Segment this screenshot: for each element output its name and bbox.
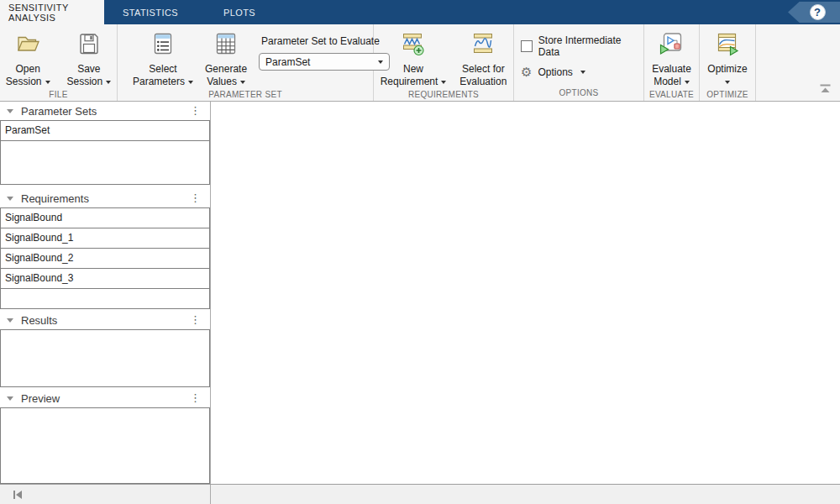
toolstrip-tab-bar: SENSITIVITY ANALYSIS STATISTICS PLOTS ? xyxy=(0,0,840,24)
list-item[interactable]: SignalBound_2 xyxy=(1,249,209,269)
dropdown-arrow-icon xyxy=(580,71,585,74)
collapse-triangle-icon xyxy=(7,396,13,401)
toolstrip-filler xyxy=(756,24,840,101)
kebab-menu-icon[interactable]: ⋮ xyxy=(187,107,203,115)
select-for-evaluation-label-2: Evaluation xyxy=(459,76,507,88)
new-requirement-button[interactable]: New Requirement xyxy=(377,29,450,88)
sensitivity-analysis-tool-window: SENSITIVITY ANALYSIS STATISTICS PLOTS ? xyxy=(0,0,840,504)
question-mark-icon: ? xyxy=(810,4,826,20)
section-label-options: OPTIONS xyxy=(514,87,643,101)
store-intermediate-data-checkbox-row[interactable]: Store Intermediate Data xyxy=(521,34,643,58)
save-floppy-icon xyxy=(76,30,102,60)
results-title: Results xyxy=(21,314,187,327)
preview-pane xyxy=(0,407,210,484)
save-session-label-1: Save xyxy=(67,63,112,76)
collapse-toolstrip-button[interactable] xyxy=(819,81,832,97)
open-session-label-2: Session xyxy=(6,76,42,87)
parameter-list-icon xyxy=(150,30,176,60)
select-parameters-label-1: Select xyxy=(133,63,193,76)
combobox-value: ParamSet xyxy=(265,56,310,68)
evaluate-model-icon xyxy=(658,30,685,60)
section-label-optimize: OPTIMIZE xyxy=(700,88,755,101)
results-section-header[interactable]: Results ⋮ xyxy=(0,311,210,329)
options-label: Options xyxy=(538,66,572,78)
parameter-set-to-evaluate-label: Parameter Set to Evaluate xyxy=(261,35,390,47)
parameter-sets-list[interactable]: ParamSet xyxy=(0,120,210,185)
kebab-menu-icon[interactable]: ⋮ xyxy=(187,316,203,324)
tab-sensitivity-analysis[interactable]: SENSITIVITY ANALYSIS xyxy=(0,0,104,24)
select-for-evaluation-label-1: Select for xyxy=(459,63,507,76)
open-session-label-1: Open xyxy=(6,63,50,76)
new-requirement-label-2: Requirement xyxy=(381,76,438,87)
optimize-label: Optimize xyxy=(707,63,747,76)
browser-left-panel: Parameter Sets ⋮ ParamSet Requirements ⋮… xyxy=(0,102,211,484)
requirements-section-header[interactable]: Requirements ⋮ xyxy=(0,189,210,207)
list-item[interactable]: SignalBound_3 xyxy=(1,269,209,289)
optimize-button[interactable]: Optimize xyxy=(704,29,750,88)
generate-values-label-2: Values xyxy=(207,76,237,87)
evaluate-model-button[interactable]: Evaluate Model xyxy=(648,29,695,88)
kebab-menu-icon[interactable]: ⋮ xyxy=(187,394,203,402)
parameter-sets-title: Parameter Sets xyxy=(21,105,187,118)
select-parameters-button[interactable]: Select Parameters xyxy=(129,29,197,88)
group-optimize: Optimize OPTIMIZE xyxy=(700,24,756,101)
signal-bounds-icon xyxy=(470,30,496,60)
preview-section-header[interactable]: Preview ⋮ xyxy=(0,389,210,407)
tab-plots[interactable]: PLOTS xyxy=(197,0,282,24)
dropdown-arrow-icon xyxy=(45,81,50,84)
preview-title: Preview xyxy=(21,392,187,405)
status-bar xyxy=(0,484,840,504)
options-button[interactable]: ⚙ Options xyxy=(521,66,643,78)
evaluate-model-label-1: Evaluate xyxy=(652,63,691,76)
collapse-triangle-icon xyxy=(7,197,13,201)
tab-statistics[interactable]: STATISTICS xyxy=(104,0,197,24)
open-folder-icon xyxy=(14,30,41,60)
toolstrip: Open Session Save xyxy=(0,24,840,102)
dropdown-arrow-icon xyxy=(240,81,245,84)
section-label-file: FILE xyxy=(0,88,117,101)
save-session-label-2: Session xyxy=(67,76,103,87)
list-item[interactable]: SignalBound xyxy=(1,208,209,228)
requirements-title: Requirements xyxy=(21,192,187,205)
group-options: Store Intermediate Data ⚙ Options OPTION… xyxy=(514,24,644,101)
select-for-evaluation-button[interactable]: Select for Evaluation xyxy=(456,29,510,88)
new-requirement-signal-plus-icon xyxy=(400,30,427,60)
collapse-panel-left-icon[interactable] xyxy=(12,489,24,501)
group-requirements: New Requirement Select for Eval xyxy=(374,24,514,101)
evaluate-model-label-2: Model xyxy=(654,76,681,87)
generate-values-button[interactable]: Generate Values xyxy=(202,29,250,88)
collapse-triangle-icon xyxy=(7,109,13,113)
group-file: Open Session Save xyxy=(0,24,118,101)
requirements-list[interactable]: SignalBound SignalBound_1 SignalBound_2 … xyxy=(0,207,210,309)
new-requirement-label-1: New xyxy=(381,63,447,76)
list-item[interactable]: ParamSet xyxy=(1,121,209,141)
gear-icon: ⚙ xyxy=(521,66,532,78)
dropdown-arrow-icon xyxy=(685,81,690,84)
generate-values-label-1: Generate xyxy=(205,63,247,76)
dropdown-arrow-icon xyxy=(188,81,193,84)
collapse-toolstrip-icon xyxy=(819,84,832,93)
parameter-set-combobox[interactable]: ParamSet xyxy=(259,53,390,71)
select-parameters-label-2: Parameters xyxy=(133,76,185,87)
help-button[interactable]: ? xyxy=(788,2,840,23)
store-intermediate-data-label: Store Intermediate Data xyxy=(538,34,643,58)
save-session-button[interactable]: Save Session xyxy=(64,29,115,88)
dropdown-arrow-icon xyxy=(106,81,111,84)
section-label-evaluate: EVALUATE xyxy=(644,88,699,101)
group-parameter-set: Select Parameters Generate Valu xyxy=(118,24,374,101)
section-label-parameter-set: PARAMETER SET xyxy=(118,88,373,101)
open-session-button[interactable]: Open Session xyxy=(3,29,54,88)
results-list[interactable] xyxy=(0,329,210,387)
section-label-requirements: REQUIREMENTS xyxy=(374,88,513,101)
value-grid-icon xyxy=(213,30,239,60)
collapse-triangle-icon xyxy=(7,318,13,323)
kebab-menu-icon[interactable]: ⋮ xyxy=(187,194,203,202)
optimize-plot-icon xyxy=(714,30,741,60)
group-evaluate: Evaluate Model EVALUATE xyxy=(644,24,700,101)
parameter-sets-section-header[interactable]: Parameter Sets ⋮ xyxy=(0,102,210,120)
status-bar-left xyxy=(0,485,211,504)
document-area xyxy=(211,102,840,484)
checkbox-unchecked-icon[interactable] xyxy=(521,40,533,52)
list-item[interactable]: SignalBound_1 xyxy=(1,228,209,249)
dropdown-arrow-icon xyxy=(441,81,446,84)
